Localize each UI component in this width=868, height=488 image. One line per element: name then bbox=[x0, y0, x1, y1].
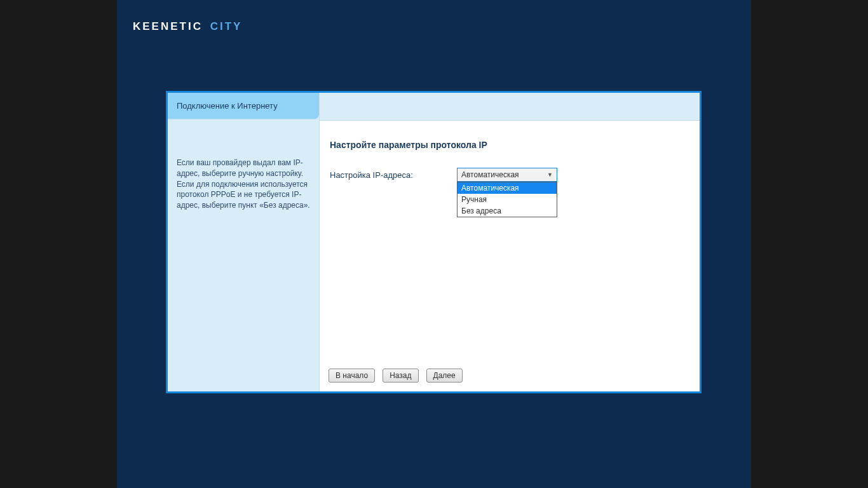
page-heading: Настройте параметры протокола IP bbox=[330, 140, 689, 150]
logo-model: CITY bbox=[210, 20, 243, 32]
button-bar: В начало Назад Далее bbox=[320, 362, 700, 391]
ip-select-value: Автоматическая bbox=[461, 170, 519, 179]
logo: KEENETIC CITY bbox=[133, 20, 242, 33]
app-container: KEENETIC CITY Подключение к Интернету Ес… bbox=[117, 0, 751, 488]
start-button[interactable]: В начало bbox=[329, 369, 375, 383]
ip-select-wrapper: Автоматическая ▼ Автоматическая Ручная Б… bbox=[457, 168, 557, 182]
ip-option-auto[interactable]: Автоматическая bbox=[458, 182, 557, 194]
ip-config-label: Настройка IP-адреса: bbox=[330, 168, 457, 180]
ip-option-none[interactable]: Без адреса bbox=[458, 205, 557, 217]
main-panel: Настройте параметры протокола IP Настрой… bbox=[320, 93, 700, 391]
back-button[interactable]: Назад bbox=[383, 369, 418, 383]
content-area: Настройте параметры протокола IP Настрой… bbox=[320, 121, 700, 362]
next-button[interactable]: Далее bbox=[426, 369, 463, 383]
chevron-down-icon: ▼ bbox=[547, 172, 553, 178]
ip-select-dropdown: Автоматическая Ручная Без адреса bbox=[457, 182, 557, 217]
sidebar-help-text: Если ваш провайдер выдал вам IP-адрес, в… bbox=[168, 119, 319, 220]
top-strip bbox=[320, 93, 700, 121]
ip-option-manual[interactable]: Ручная bbox=[458, 194, 557, 205]
sidebar: Подключение к Интернету Если ваш провайд… bbox=[168, 93, 320, 391]
wizard-panel: Подключение к Интернету Если ваш провайд… bbox=[166, 91, 702, 393]
logo-brand: KEENETIC bbox=[133, 20, 203, 32]
tab-internet-connection[interactable]: Подключение к Интернету bbox=[168, 93, 319, 119]
ip-config-row: Настройка IP-адреса: Автоматическая ▼ Ав… bbox=[330, 168, 689, 182]
ip-select[interactable]: Автоматическая ▼ bbox=[457, 168, 557, 182]
